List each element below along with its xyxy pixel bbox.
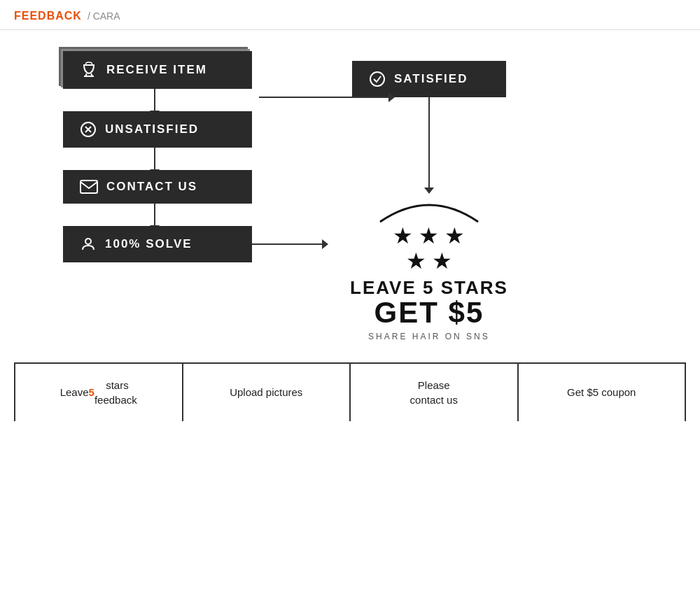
unsatisfied-icon [80,121,97,138]
receive-item-icon [80,61,98,79]
star-5: ★ [432,250,452,272]
stars-top-row: ★ ★ ★ [393,225,465,247]
cara-subtitle: / CARA [88,10,120,22]
star-2: ★ [419,225,439,247]
satisfied-label: SATISFIED [394,72,468,86]
stars-bottom-row: ★ ★ [406,250,452,272]
contact-us-box: CONTACT US [63,170,252,204]
step-leave-feedback: Leave 5 starsfeedback [14,364,182,421]
page-header: FEEDBACK / CARA [0,0,700,30]
satisfied-icon [369,71,386,87]
bottom-steps: Leave 5 starsfeedback Upload pictures Pl… [14,362,686,421]
svg-rect-6 [80,181,97,193]
satisfied-box: SATISFIED [352,61,506,97]
arrow-to-reward [428,97,430,188]
feedback-title: FEEDBACK [14,10,82,22]
svg-point-8 [370,72,384,86]
solve-row: 100% SOLVE [56,226,322,262]
step-upload-pictures: Upload pictures [182,364,350,421]
arrow-1 [154,89,155,111]
contact-us-icon [80,180,98,194]
step-get-coupon: Get $5 coupon [517,364,687,421]
unsatisfied-box: UNSATISFIED [63,111,252,148]
reward-title: LEAVE 5 STARS [350,278,508,298]
star-4: ★ [406,250,426,272]
svg-point-7 [85,239,91,244]
receive-item-label: RECEIVE ITEM [106,63,207,77]
reward-subtitle: SHARE HAIR ON SNS [368,332,490,341]
reward-amount: GET $5 [374,298,484,327]
step-contact-us: Pleasecontact us [349,364,517,421]
left-flow: RECEIVE ITEM UNSATISFIED [56,51,280,341]
arrow-3 [154,204,155,226]
unsatisfied-label: UNSATISFIED [105,122,199,136]
reward-section: ★ ★ ★ ★ ★ LEAVE 5 STARS GET $5 SHARE HAI… [350,195,508,341]
contact-us-label: CONTACT US [106,180,197,194]
solve-label: 100% SOLVE [105,237,192,251]
arrow-2 [154,148,155,170]
satisfied-wrapper: SATISFIED [352,61,506,97]
right-flow: SATISFIED ★ ★ ★ ★ ★ LEAVE 5 STARS [350,51,508,341]
diagram-container: RECEIVE ITEM UNSATISFIED [0,30,700,355]
highlight-5: 5 [89,385,94,399]
star-3: ★ [444,225,465,247]
arc-decoration [366,195,492,223]
star-1: ★ [393,225,413,247]
receive-item-box: RECEIVE ITEM [63,51,252,89]
solve-box: 100% SOLVE [63,226,252,262]
receive-to-satisfied-arrow [259,97,388,98]
solve-icon [80,236,97,253]
solve-right-arrow [252,243,322,245]
receive-item-wrapper: RECEIVE ITEM [63,51,252,89]
